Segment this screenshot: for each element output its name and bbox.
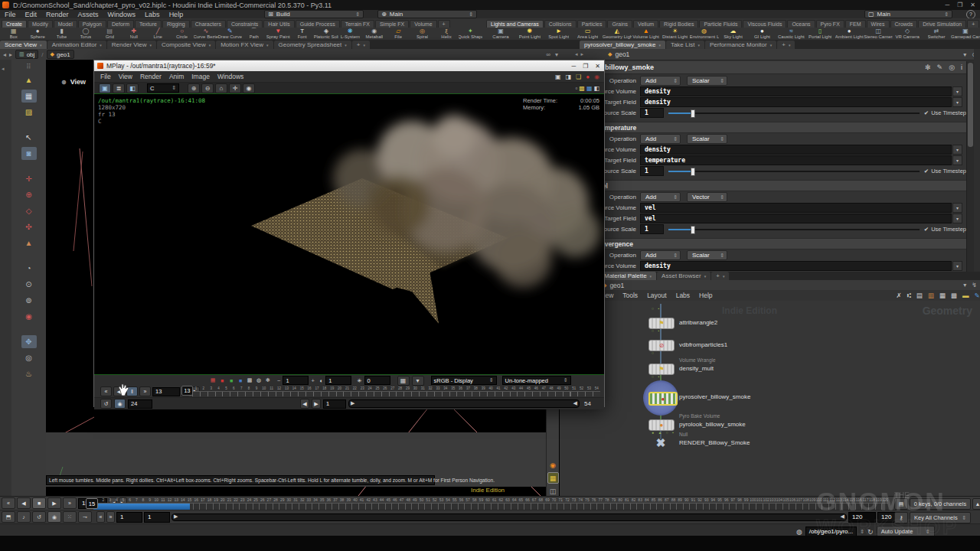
pane-tab-menu-icon[interactable]: ▾	[363, 43, 365, 47]
window-minimize-button[interactable]: ─	[945, 2, 949, 8]
pane-tab[interactable]: Animation Editor▾	[47, 41, 106, 49]
mplay-window[interactable]: MPlay - /out/mantra1(raytrace)-16:59* ─ …	[93, 60, 605, 407]
network-node[interactable]: ● pyrosolver_billowy_smoke ▲ ○ ▪ 0.025	[648, 392, 848, 412]
toolbar-button[interactable]: ⊕	[21, 188, 37, 201]
source-scale-field[interactable]: 1	[640, 166, 664, 176]
shelf-tool[interactable]: ◈ Platonic Solids	[314, 28, 338, 40]
stow-arrow-icon[interactable]: ◂	[2, 66, 5, 72]
toolbar-button[interactable]: ◎	[21, 351, 37, 364]
shelf-tool[interactable]: ▣ Gamepad Camera	[951, 28, 980, 40]
pane-tab[interactable]: Asset Browser▾	[657, 272, 710, 280]
pane-tab[interactable]: Performance Monitor▾	[705, 41, 776, 49]
toolbar-button[interactable]: ◙	[21, 147, 37, 160]
offset-field[interactable]: 0	[364, 376, 390, 385]
path-dropdown-icon[interactable]: ▾	[963, 51, 966, 58]
shelf-tool[interactable]: ▯ Portal Light	[805, 28, 835, 40]
shelf-tab[interactable]: Particle Fluids	[699, 20, 742, 28]
network-node[interactable]: ⊘ vdbfromparticles1 ○	[648, 340, 848, 360]
spinner-icon[interactable]: ⇕	[944, 11, 949, 18]
shelf-tool[interactable]: ∿ Curve Bezier	[194, 28, 217, 40]
field-menu-button[interactable]: ▾	[952, 203, 962, 213]
pane-menu-icon[interactable]: ▾	[555, 51, 558, 58]
channel-toggle-icon[interactable]: ▩	[246, 377, 253, 383]
shelf-tab[interactable]: Lights and Cameras	[486, 20, 544, 28]
mplay-menu-item[interactable]: Image	[191, 73, 210, 80]
shelf-tool[interactable]: ☁ Sky Light	[719, 28, 748, 40]
node-body[interactable]: ⚑	[648, 318, 675, 329]
shelf-tool[interactable]: ▭ Area Light	[573, 28, 603, 40]
shelf-tool[interactable]: ▣ Camera	[486, 28, 515, 40]
mplay-menu-item[interactable]: Windows	[217, 73, 243, 80]
channel-toggle-icon[interactable]: ▦	[209, 377, 217, 383]
mplay-playhead[interactable]: 13	[181, 386, 193, 396]
node-body[interactable]: ●	[648, 392, 678, 406]
node-name-label[interactable]: pyrolook_billowy_smoke	[679, 421, 746, 428]
mplay-range-start-field[interactable]: 1	[323, 399, 346, 409]
nav-forward-icon[interactable]: ▸	[9, 51, 12, 58]
operation-dropdown[interactable]: Add⇕	[640, 250, 681, 260]
key-all-channels-button[interactable]: Key All Channels⇕	[910, 512, 971, 523]
shelf-tab[interactable]: Modify	[28, 20, 53, 28]
mplay-zoom-button[interactable]: ✛	[229, 83, 241, 93]
operation-type-dropdown[interactable]: Scalar⇕	[687, 134, 727, 144]
network-node[interactable]: ✖ Null RENDER_Billowy_Smoke	[648, 438, 848, 458]
channel-toggle-icon[interactable]: ■	[237, 378, 244, 383]
use-timestep-checkbox[interactable]: ✔Use Timestep	[924, 226, 966, 233]
window-maximize-button[interactable]: ❐	[957, 2, 962, 8]
toolbar-button[interactable]: ▲	[21, 236, 37, 249]
field-menu-button[interactable]: ▾	[952, 155, 962, 165]
source-scale-slider[interactable]	[668, 167, 920, 175]
toolbar-button[interactable]: ⊙	[21, 278, 37, 291]
range-slider-right-handle[interactable]: ◀	[573, 400, 577, 406]
shelf-tool[interactable]: ◇ VR Camera	[893, 28, 922, 40]
toolbar-button[interactable]: ▦	[21, 90, 37, 103]
shelf-tool[interactable]: ☀ Distant Light	[661, 28, 690, 40]
mplay-fps-field[interactable]: 24	[128, 399, 152, 409]
channel-toggle-icon[interactable]: ✻	[264, 377, 272, 383]
exposure-field[interactable]: 1	[283, 376, 309, 385]
path-dropdown-icon[interactable]: ▾	[963, 282, 966, 289]
pane-tab-menu-icon[interactable]: ▾	[658, 43, 661, 47]
shelf-tool[interactable]: ◎ Spiral	[410, 28, 434, 40]
shelf-tool[interactable]: ╱ Line	[145, 28, 169, 40]
shelf-tool[interactable]: ● Sphere	[25, 28, 49, 40]
help-icon[interactable]: ?	[966, 10, 975, 19]
shelf-tool[interactable]: ◯ Torus	[74, 28, 97, 40]
mplay-menu-icon[interactable]: ▣	[555, 73, 561, 80]
timeline-option-button[interactable]: ↺	[32, 511, 46, 523]
shelf-tab[interactable]: Texture	[135, 20, 162, 28]
window-close-button[interactable]: ✕	[970, 2, 975, 8]
node-body[interactable]: ⊘	[648, 340, 675, 351]
mplay-menu-item[interactable]: File	[100, 73, 111, 80]
mplay-tool-button[interactable]: ◧	[126, 83, 139, 93]
layout-selector-right[interactable]: ▢ Main ⇕	[864, 10, 952, 18]
source-volume-field[interactable]: vel	[640, 203, 952, 213]
pane-tab[interactable]: Render View▾	[107, 41, 156, 49]
mplay-zoom-button[interactable]: ⊕	[188, 83, 200, 93]
pane-tab-menu-icon[interactable]: ▾	[100, 43, 102, 47]
shelf-tab[interactable]: FEM	[845, 20, 866, 28]
shelf-tool[interactable]: ✦ Quick Shapes	[459, 28, 482, 40]
menu-item[interactable]: Labs	[140, 11, 165, 18]
network-toolbar-icon[interactable]: ✗	[897, 292, 902, 299]
channel-toggle-icon[interactable]: ■	[218, 378, 226, 383]
source-volume-field[interactable]: density	[640, 261, 952, 271]
source-scale-field[interactable]: 1	[640, 224, 664, 234]
shelf-tool[interactable]: ○ Circle	[170, 28, 194, 40]
network-toolbar-icon[interactable]: ▥	[928, 292, 934, 299]
shelf-tool[interactable]: ≈ Caustic Light	[776, 28, 805, 40]
step-back-button[interactable]: ◀	[17, 497, 31, 509]
network-toolbar-icon[interactable]: ▩	[951, 292, 957, 299]
field-menu-button[interactable]: ▾	[952, 145, 962, 155]
mplay-zoom-button[interactable]: ⌂	[215, 83, 227, 93]
shelf-tab[interactable]: Wires	[867, 20, 890, 28]
source-volume-field[interactable]: density	[640, 86, 952, 96]
key-icon[interactable]: ⚷	[894, 512, 908, 523]
shelf-tool[interactable]: ● Ambient Light	[835, 28, 864, 40]
range-start-field[interactable]: 1	[144, 512, 170, 523]
mplay-image-area[interactable]: /out/mantra1(raytrace)-16:41:08 980x551…	[94, 94, 604, 374]
shelf-tool[interactable]: T Font	[290, 28, 314, 40]
mplay-frame-ruler[interactable]: 1234567891011121314151617181920212223242…	[192, 386, 600, 396]
node-name-label[interactable]: attribwrangle2	[679, 319, 717, 326]
use-timestep-checkbox[interactable]: ✔Use Timestep	[924, 168, 966, 174]
